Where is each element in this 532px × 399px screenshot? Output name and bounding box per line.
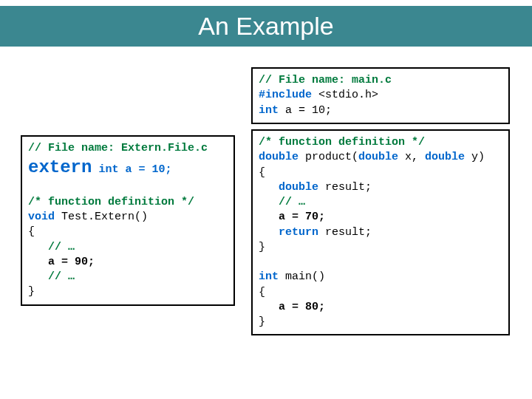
code-main-header: // File name: main.c #include <stdio.h> … — [251, 67, 510, 124]
slide-title-bar: An Example — [0, 6, 532, 47]
code-text: int — [259, 270, 279, 283]
code-text: Test.Extern() — [55, 211, 148, 223]
code-text: y) — [465, 151, 485, 163]
code-main-body: /* function definition */ double product… — [251, 129, 510, 335]
code-text: int a = 10; — [92, 163, 171, 176]
code-text — [259, 256, 265, 268]
code-text: a = — [28, 256, 75, 268]
code-text — [28, 181, 35, 194]
code-text: // File name: Extern.File.c — [28, 142, 208, 154]
code-text: { — [259, 166, 265, 179]
code-text: double — [259, 151, 299, 163]
code-text: a = — [259, 301, 305, 313]
code-text: double — [259, 181, 318, 194]
code-text: 90; — [75, 256, 95, 268]
slide-title: An Example — [198, 12, 333, 41]
code-text: #include — [259, 89, 312, 101]
code-text: a = 10; — [279, 104, 332, 117]
code-text: x, — [398, 151, 425, 163]
code-text: } — [28, 285, 35, 298]
code-text: /* function definition */ — [28, 196, 194, 208]
code-text: 80; — [305, 301, 325, 313]
code-text: main() — [279, 270, 325, 283]
slide-body: // File name: main.c #include <stdio.h> … — [0, 47, 532, 399]
code-extern-file: // File name: Extern.File.c extern int a… — [21, 135, 235, 306]
code-text: result; — [318, 181, 372, 194]
code-text: /* function definition */ — [259, 136, 425, 149]
code-text: } — [259, 316, 265, 328]
code-text: // … — [259, 196, 305, 208]
code-text: return — [259, 226, 318, 239]
code-text: result; — [318, 226, 372, 239]
code-text: double — [358, 151, 398, 163]
code-text: extern — [28, 157, 92, 177]
code-text: <stdio.h> — [312, 89, 378, 101]
code-text: // … — [28, 241, 75, 253]
code-text: { — [28, 225, 35, 238]
code-text: // File name: main.c — [259, 74, 392, 86]
code-text: a = — [259, 211, 305, 223]
code-text: { — [259, 286, 265, 299]
code-text: // … — [28, 270, 75, 283]
code-text: void — [28, 211, 55, 223]
code-text: double — [425, 151, 465, 163]
code-text: } — [259, 241, 265, 253]
code-text: 70; — [305, 211, 325, 223]
code-text: int — [259, 104, 279, 117]
code-text: product( — [299, 151, 358, 163]
